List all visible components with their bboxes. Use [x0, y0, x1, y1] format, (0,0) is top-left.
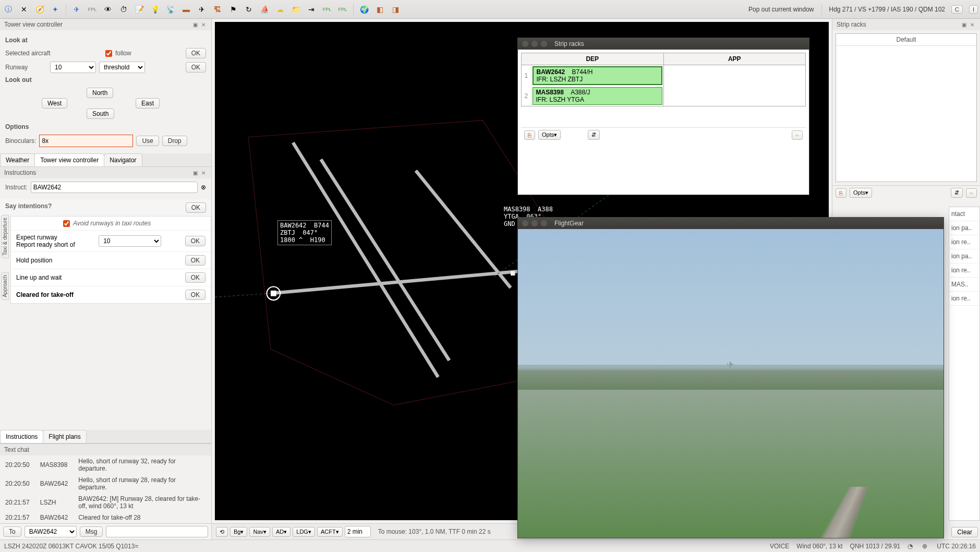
avoid-runways-checkbox[interactable]	[63, 220, 70, 227]
rack-sort-icon[interactable]: ⇵	[951, 188, 963, 198]
tools-icon[interactable]: ✕	[18, 3, 30, 16]
plane-icon[interactable]: ✈	[70, 3, 83, 16]
expect-runway-select[interactable]: 10	[99, 235, 161, 247]
window-close-icon[interactable]	[522, 220, 528, 226]
ok-say-intentions[interactable]: OK	[186, 202, 206, 213]
layer2-icon[interactable]: ◨	[389, 3, 402, 16]
list-item[interactable]: ion re..	[949, 235, 979, 249]
export-icon[interactable]: ⇥	[305, 3, 318, 16]
status-icon-2[interactable]: ⊕	[922, 543, 929, 550]
instruct-input[interactable]	[31, 182, 198, 193]
ok-lineup[interactable]: OK	[185, 272, 205, 283]
flightgear-titlebar[interactable]: FlightGear	[518, 218, 943, 229]
msg-button[interactable]: Msg	[80, 526, 103, 537]
clock-icon[interactable]: ⏱	[117, 3, 130, 16]
close-icon[interactable]: ✕	[200, 21, 207, 28]
fpl3-icon[interactable]: FPL	[336, 3, 349, 16]
zoom-input[interactable]	[345, 526, 371, 537]
datablock-baw2642[interactable]: BAW2642 B744 ZBTJ 047° 1800 ^ H190	[277, 220, 332, 245]
note-icon[interactable]: 📝	[133, 3, 146, 16]
tab-navigator[interactable]: Navigator	[104, 153, 142, 166]
info-icon[interactable]: ⓘ	[2, 3, 15, 16]
status-icon-1[interactable]: ◔	[908, 543, 915, 550]
flight-strip[interactable]: MAS8398 A388/J IFR: LSZH YTGA	[533, 87, 662, 105]
sr-action-icon[interactable]: ⎘	[524, 130, 535, 140]
bg-menu[interactable]: Bg▾	[230, 527, 247, 537]
tab-instructions[interactable]: Instructions	[0, 430, 43, 443]
to-select[interactable]: BAW2642	[25, 526, 77, 537]
refresh-icon[interactable]: ↻	[243, 3, 255, 16]
to-button[interactable]: To	[3, 526, 21, 537]
clear-button[interactable]: Clear	[951, 527, 978, 537]
btn-c[interactable]: C	[951, 5, 963, 14]
vtab-taxi-departure[interactable]: Taxi & departure	[1, 215, 9, 258]
list-item[interactable]: ion re..	[949, 263, 979, 278]
rack-action-icon[interactable]: ⎘	[836, 188, 846, 198]
tab-flight-plans[interactable]: Flight plans	[43, 430, 86, 443]
nav-icon[interactable]: ✦	[49, 3, 62, 16]
sr-sort-icon[interactable]: ⇵	[588, 130, 600, 140]
close-icon[interactable]: ✕	[969, 21, 976, 28]
sync-icon[interactable]: ⟲	[216, 527, 228, 537]
flightgear-window[interactable]: FlightGear ✈	[517, 217, 944, 538]
aircraft-icon[interactable]: ✈	[196, 3, 208, 16]
layer-icon[interactable]: ◧	[373, 3, 386, 16]
close-icon[interactable]: ✕	[200, 169, 207, 176]
strip-racks-titlebar[interactable]: Strip racks	[518, 38, 809, 50]
strip-racks-window[interactable]: Strip racks DEP 1 BAW2642 B744/H IFR: LS…	[517, 38, 809, 195]
flight-strip[interactable]: BAW2642 B744/H IFR: LSZH ZBTJ	[533, 66, 662, 85]
popout-label[interactable]: Pop out current window	[748, 6, 814, 13]
clear-input-icon[interactable]: ⊗	[201, 184, 206, 191]
chat-input[interactable]	[106, 526, 208, 537]
west-button[interactable]: West	[42, 98, 67, 109]
detach-icon[interactable]: ▣	[960, 21, 967, 28]
window-min-icon[interactable]	[531, 220, 538, 226]
sr-pin-icon[interactable]: ⎓	[792, 130, 803, 140]
window-close-icon[interactable]	[522, 41, 528, 47]
bulb-icon[interactable]: 💡	[149, 3, 161, 16]
ok-runway[interactable]: OK	[186, 62, 206, 73]
ok-selected-aircraft[interactable]: OK	[186, 48, 206, 58]
east-button[interactable]: East	[136, 98, 160, 109]
flag-icon[interactable]: ⚑	[227, 3, 239, 16]
folder-icon[interactable]: 📁	[289, 3, 302, 16]
eye-icon[interactable]: 👁	[102, 3, 114, 16]
list-item[interactable]: ion re..	[949, 292, 979, 306]
drop-button[interactable]: Drop	[162, 136, 187, 146]
ad-menu[interactable]: AD▾	[272, 527, 291, 537]
list-item[interactable]: ion pa..	[949, 249, 979, 263]
tab-weather[interactable]: Weather	[0, 153, 35, 166]
tab-tower-view[interactable]: Tower view controller	[34, 153, 104, 166]
window-min-icon[interactable]	[531, 41, 538, 47]
globe-icon[interactable]: 🧭	[33, 3, 46, 16]
btn-i[interactable]: I	[969, 5, 978, 14]
list-item[interactable]: ntact	[949, 207, 979, 221]
ldg-menu[interactable]: LDG▾	[293, 527, 315, 537]
vtab-approach[interactable]: Approach	[1, 272, 9, 300]
window-max-icon[interactable]	[541, 220, 547, 226]
ok-hold[interactable]: OK	[185, 255, 205, 266]
fpl-icon[interactable]: FPL	[86, 3, 99, 16]
south-button[interactable]: South	[87, 109, 114, 119]
binoculars-input[interactable]	[39, 135, 133, 147]
detach-icon[interactable]: ▣	[191, 21, 199, 28]
flightgear-view[interactable]: ✈	[518, 229, 943, 538]
rack-pin-icon[interactable]: ⎓	[966, 188, 977, 198]
route-icon[interactable]: ⛵	[258, 3, 271, 16]
runway-icon[interactable]: ▬	[180, 3, 192, 16]
acft-menu[interactable]: ACFT▾	[317, 527, 343, 537]
antenna-icon[interactable]: 📡	[164, 3, 177, 16]
threshold-select[interactable]: threshold	[99, 62, 145, 73]
fpl2-icon[interactable]: FPL	[321, 3, 333, 16]
ok-expect-runway[interactable]: OK	[185, 236, 205, 246]
list-item[interactable]: MAS..	[949, 278, 979, 292]
detach-icon[interactable]: ▣	[191, 169, 199, 176]
weather-icon[interactable]: ☁	[274, 3, 286, 16]
nav-menu[interactable]: Nav▾	[249, 527, 270, 537]
use-button[interactable]: Use	[136, 136, 159, 146]
tower-icon[interactable]: 🏗	[211, 3, 224, 16]
window-max-icon[interactable]	[541, 41, 547, 47]
world-icon[interactable]: 🌍	[358, 3, 370, 16]
ok-cleared-takeoff[interactable]: OK	[185, 290, 205, 300]
list-item[interactable]: ion pa..	[949, 221, 979, 235]
